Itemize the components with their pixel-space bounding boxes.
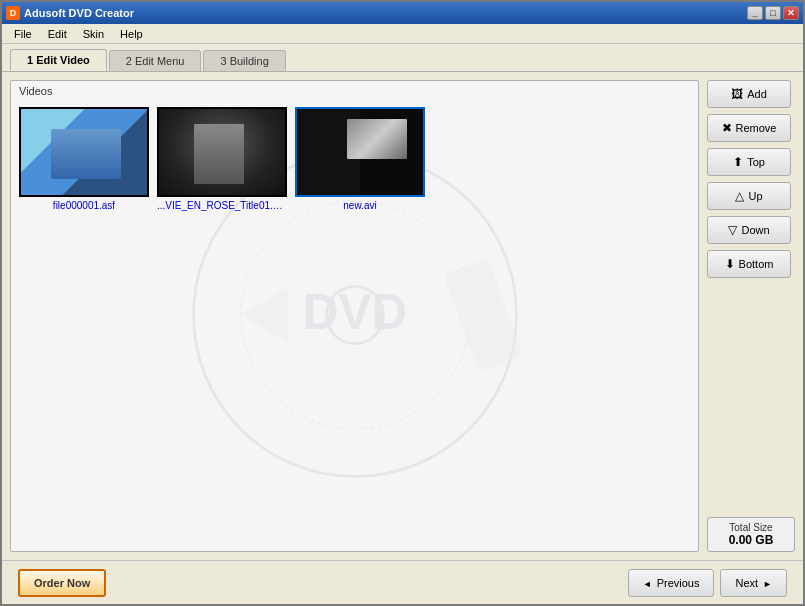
bottom-icon: ⬇ xyxy=(725,257,735,271)
tab-building[interactable]: 3 Building xyxy=(203,50,285,71)
thumbnail-image xyxy=(21,109,147,195)
video-item[interactable]: new.avi xyxy=(295,107,425,211)
menu-skin[interactable]: Skin xyxy=(75,26,112,42)
tabs-bar: 1 Edit Video 2 Edit Menu 3 Building xyxy=(2,44,803,72)
app-icon: D xyxy=(6,6,20,20)
down-label: Down xyxy=(741,224,769,236)
title-bar-controls: _ □ ✕ xyxy=(747,6,799,20)
video-thumbnail-selected xyxy=(295,107,425,197)
videos-panel: Videos DVD xyxy=(10,80,699,552)
tab-edit-video[interactable]: 1 Edit Video xyxy=(10,49,107,71)
bottom-button[interactable]: ⬇ Bottom xyxy=(707,250,791,278)
next-label: Next xyxy=(735,577,758,589)
svg-text:DVD: DVD xyxy=(302,284,406,339)
next-arrow-icon xyxy=(763,577,772,589)
close-button[interactable]: ✕ xyxy=(783,6,799,20)
menu-edit[interactable]: Edit xyxy=(40,26,75,42)
title-bar: D Adusoft DVD Creator _ □ ✕ xyxy=(2,2,803,24)
previous-label: Previous xyxy=(657,577,700,589)
top-button[interactable]: ⬆ Top xyxy=(707,148,791,176)
remove-icon: ✖ xyxy=(722,121,732,135)
maximize-button[interactable]: □ xyxy=(765,6,781,20)
order-now-button[interactable]: Order Now xyxy=(18,569,106,597)
video-thumbnail xyxy=(157,107,287,197)
video-filename: file000001.asf xyxy=(53,200,115,211)
down-icon: ▽ xyxy=(728,223,737,237)
down-button[interactable]: ▽ Down xyxy=(707,216,791,244)
nav-buttons: Previous Next xyxy=(628,569,787,597)
title-bar-text: D Adusoft DVD Creator xyxy=(6,6,134,20)
menu-file[interactable]: File xyxy=(6,26,40,42)
video-filename: ...VIE_EN_ROSE_Title01.01.avi xyxy=(157,200,287,211)
svg-marker-4 xyxy=(241,287,289,344)
up-icon: △ xyxy=(735,189,744,203)
svg-rect-5 xyxy=(443,258,523,372)
main-window: D Adusoft DVD Creator _ □ ✕ File Edit Sk… xyxy=(0,0,805,606)
main-content: Videos DVD xyxy=(2,72,803,560)
thumbnail-image xyxy=(159,109,285,195)
menu-bar: File Edit Skin Help xyxy=(2,24,803,44)
menu-help[interactable]: Help xyxy=(112,26,151,42)
total-size-label: Total Size xyxy=(714,522,788,533)
video-item[interactable]: ...VIE_EN_ROSE_Title01.01.avi xyxy=(157,107,287,211)
footer: Order Now Previous Next xyxy=(2,560,803,604)
svg-point-3 xyxy=(241,201,469,429)
remove-button[interactable]: ✖ Remove xyxy=(707,114,791,142)
up-button[interactable]: △ Up xyxy=(707,182,791,210)
add-button[interactable]: 🖼 Add xyxy=(707,80,791,108)
next-button[interactable]: Next xyxy=(720,569,787,597)
remove-label: Remove xyxy=(736,122,777,134)
total-size-box: Total Size 0.00 GB xyxy=(707,517,795,552)
svg-point-1 xyxy=(326,287,383,344)
top-icon: ⬆ xyxy=(733,155,743,169)
video-item[interactable]: file000001.asf xyxy=(19,107,149,211)
spacer xyxy=(707,284,795,511)
video-thumbnail xyxy=(19,107,149,197)
videos-label: Videos xyxy=(11,81,698,99)
right-panel: 🖼 Add ✖ Remove ⬆ Top △ Up ▽ Down ⬇ Botto… xyxy=(707,80,795,552)
top-label: Top xyxy=(747,156,765,168)
previous-button[interactable]: Previous xyxy=(628,569,715,597)
bottom-label: Bottom xyxy=(739,258,774,270)
up-label: Up xyxy=(748,190,762,202)
previous-arrow-icon xyxy=(643,577,652,589)
total-size-value: 0.00 GB xyxy=(714,533,788,547)
tab-edit-menu[interactable]: 2 Edit Menu xyxy=(109,50,202,71)
minimize-button[interactable]: _ xyxy=(747,6,763,20)
add-label: Add xyxy=(747,88,767,100)
videos-grid: file000001.asf ...VIE_EN_ROSE_Title01.01… xyxy=(11,99,698,219)
window-title: Adusoft DVD Creator xyxy=(24,7,134,19)
order-now-label: Order Now xyxy=(34,577,90,589)
thumbnail-image xyxy=(297,109,423,195)
video-filename: new.avi xyxy=(343,200,376,211)
add-icon: 🖼 xyxy=(731,87,743,101)
